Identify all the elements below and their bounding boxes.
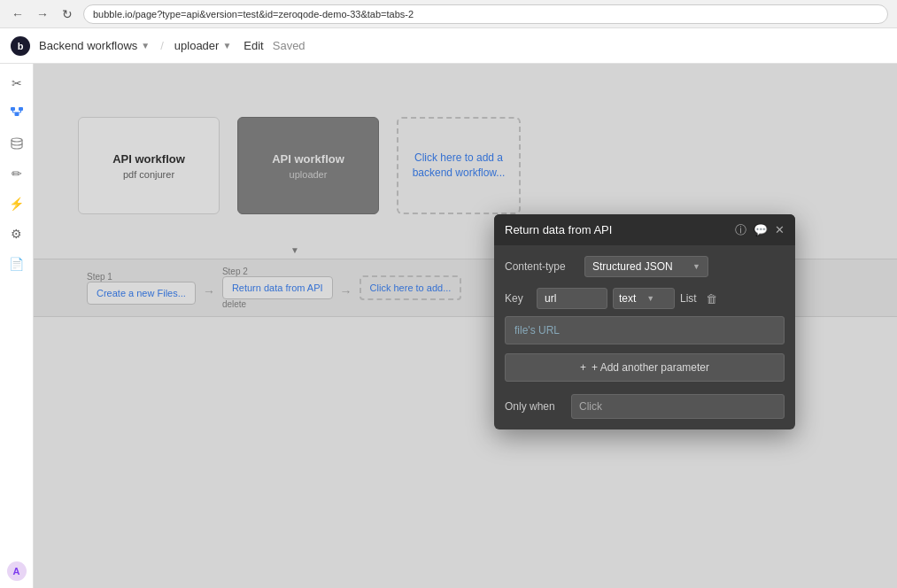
content-type-arrow: ▼	[692, 262, 700, 271]
only-when-label: Only when	[505, 400, 562, 413]
refresh-button[interactable]: ↻	[58, 5, 76, 23]
url-input[interactable]: file's URL	[505, 316, 785, 344]
content-type-select[interactable]: Structured JSON ▼	[584, 256, 708, 277]
type-select[interactable]: text ▼	[613, 288, 675, 309]
page-name-arrow: ▼	[222, 41, 231, 50]
edit-button[interactable]: Edit	[244, 39, 263, 52]
header-separator: /	[160, 39, 164, 52]
dialog-info-icon[interactable]: ⓘ	[735, 224, 746, 236]
list-label: List	[680, 292, 697, 305]
dialog-title: Return data from API	[505, 223, 612, 236]
key-input[interactable]	[537, 288, 607, 309]
app-name-arrow: ▼	[141, 41, 150, 50]
saved-status: Saved	[273, 39, 305, 52]
svg-point-7	[12, 138, 22, 142]
main-layout: ✂ ✏ ⚡ ⚙ 📄 A	[0, 64, 897, 588]
header-actions: Edit Saved	[244, 39, 305, 52]
dialog-header-icons: ⓘ 💬 ✕	[735, 224, 785, 236]
content-type-label: Content-type	[505, 260, 584, 273]
sidebar-icon-tools[interactable]: ✂	[4, 71, 29, 96]
add-parameter-button[interactable]: + + Add another parameter	[505, 353, 785, 382]
app-name: Backend workflows	[39, 39, 137, 52]
forward-button[interactable]: →	[34, 5, 51, 23]
sidebar-icon-settings[interactable]: ⚙	[4, 221, 29, 246]
url-placeholder: file's URL	[514, 324, 560, 337]
page-name-dropdown[interactable]: uploader ▼	[174, 39, 232, 52]
type-arrow: ▼	[646, 294, 654, 303]
svg-rect-2	[14, 112, 19, 116]
sidebar-icon-pencil[interactable]: ✏	[4, 161, 29, 186]
dialog-body: Content-type Structured JSON ▼ Key text …	[494, 245, 795, 429]
svg-rect-1	[19, 107, 23, 111]
return-data-dialog: Return data from API ⓘ 💬 ✕ Content-type …	[494, 214, 795, 429]
page-name: uploader	[174, 39, 220, 52]
sidebar-icon-tree[interactable]	[4, 101, 29, 126]
content-type-value: Structured JSON	[592, 260, 673, 273]
dialog-close-icon[interactable]: ✕	[775, 224, 785, 236]
only-when-placeholder: Click	[579, 400, 602, 413]
url-bar[interactable]	[83, 4, 888, 24]
sidebar-bottom: A	[7, 561, 27, 588]
app-name-dropdown[interactable]: Backend workflows ▼	[39, 39, 150, 52]
content-type-row: Content-type Structured JSON ▼	[505, 256, 785, 277]
only-when-row: Only when Click	[505, 394, 785, 419]
only-when-input[interactable]: Click	[571, 394, 785, 419]
app-header: b Backend workflows ▼ / uploader ▼ Edit …	[0, 28, 897, 64]
key-row: Key text ▼ List 🗑	[505, 288, 785, 309]
canvas: API workflow pdf conjurer API workflow u…	[34, 64, 897, 588]
back-button[interactable]: ←	[9, 5, 27, 23]
user-avatar[interactable]: A	[7, 561, 27, 581]
key-delete-button[interactable]: 🗑	[706, 292, 717, 306]
app-logo: b	[11, 36, 30, 56]
sidebar-icon-page[interactable]: 📄	[4, 251, 29, 276]
sidebar-icon-data[interactable]	[4, 131, 29, 156]
dialog-header: Return data from API ⓘ 💬 ✕	[494, 214, 795, 245]
sidebar-icon-plugin[interactable]: ⚡	[4, 191, 29, 216]
key-label: Key	[505, 292, 531, 305]
browser-bar: ← → ↻	[0, 0, 897, 28]
add-param-plus: +	[580, 361, 586, 374]
svg-rect-0	[11, 107, 15, 111]
sidebar: ✂ ✏ ⚡ ⚙ 📄 A	[0, 64, 34, 588]
type-value: text	[619, 292, 636, 305]
add-param-label: + Add another parameter	[592, 361, 709, 374]
dialog-comment-icon[interactable]: 💬	[754, 224, 768, 236]
